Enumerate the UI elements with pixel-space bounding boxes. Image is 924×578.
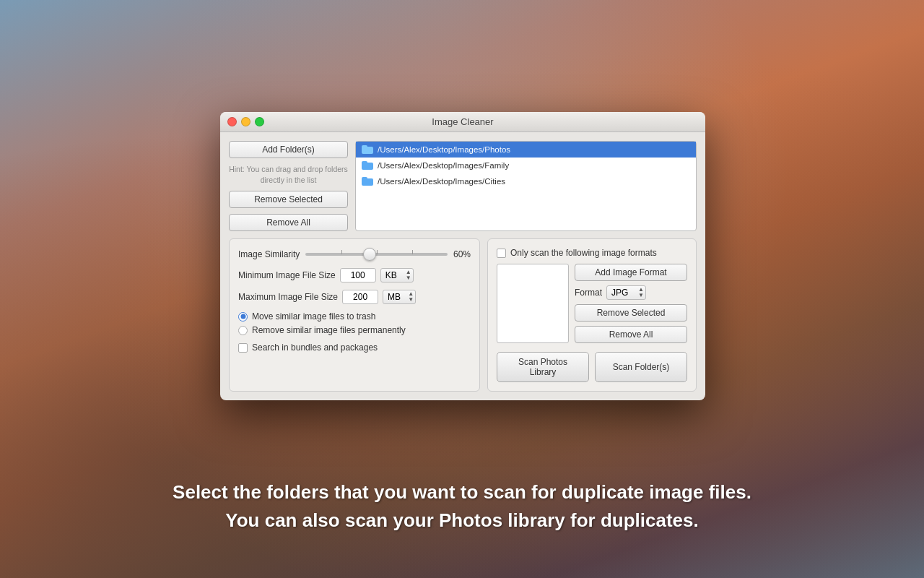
folder-item[interactable]: /Users/Alex/Desktop/Images/Family (356, 158, 696, 173)
similarity-value: 60% (453, 249, 471, 259)
formats-filter-label: Only scan the following image formats (510, 248, 657, 258)
similarity-slider-container[interactable] (305, 248, 448, 261)
slider-thumb[interactable] (363, 248, 376, 261)
bundles-label: Search in bundles and packages (252, 342, 378, 353)
min-size-unit-select[interactable]: KB MB GB (380, 268, 414, 282)
scan-photos-library-button[interactable]: Scan Photos Library (497, 352, 589, 382)
folder-icon (362, 177, 373, 186)
radio-trash[interactable] (238, 312, 248, 322)
bottom-text-line2: You can also scan your Photos library fo… (0, 506, 924, 535)
similarity-row: Image Similarity 60% (238, 248, 471, 261)
min-size-label: Minimum Image File Size (238, 270, 336, 280)
close-button[interactable] (227, 117, 237, 126)
minimize-button[interactable] (241, 117, 250, 126)
formats-checkbox-row: Only scan the following image formats (497, 248, 687, 258)
max-size-label: Maximum Image File Size (238, 292, 338, 302)
folder-icon (362, 145, 373, 154)
bottom-text-line1: Select the folders that you want to scan… (0, 478, 924, 506)
remove-selected-folders-button[interactable]: Remove Selected (229, 191, 348, 208)
bottom-section: Image Similarity 60% Minimum Image File … (229, 238, 697, 392)
remove-selected-format-button[interactable]: Remove Selected (575, 304, 687, 322)
left-panel: Add Folder(s) Hint: You can drag and dro… (229, 141, 348, 231)
max-size-unit-select[interactable]: KB MB GB (383, 290, 416, 304)
min-size-unit-select-wrapper: KB MB GB ▲▼ (380, 268, 414, 282)
slider-tick (377, 250, 378, 254)
add-folder-button[interactable]: Add Folder(s) (229, 141, 348, 158)
hint-text: Hint: You can drag and drop folders dire… (229, 164, 348, 185)
format-select-wrapper: JPG PNG GIF BMP TIFF ▲▼ (606, 285, 646, 300)
folder-icon (362, 161, 373, 170)
formats-list (497, 264, 569, 343)
formats-filter-checkbox[interactable] (497, 249, 506, 258)
scan-folders-button[interactable]: Scan Folder(s) (595, 352, 687, 382)
max-size-row: Maximum Image File Size KB MB GB ▲▼ (238, 290, 471, 304)
formats-content: Add Image Format Format JPG PNG GIF BMP … (497, 264, 687, 343)
format-select-row: Format JPG PNG GIF BMP TIFF ▲▼ (575, 285, 687, 300)
similarity-label: Image Similarity (238, 249, 300, 259)
remove-all-formats-button[interactable]: Remove All (575, 326, 687, 343)
slider-tick (412, 250, 413, 254)
bundles-checkbox-item[interactable]: Search in bundles and packages (238, 342, 471, 353)
window-title: Image Cleaner (432, 116, 493, 127)
folder-list: /Users/Alex/Desktop/Images/Photos /Users… (355, 141, 697, 231)
folder-item[interactable]: /Users/Alex/Desktop/Images/Photos (356, 142, 696, 158)
top-section: Add Folder(s) Hint: You can drag and dro… (229, 141, 697, 231)
radio-trash-label: Move similar image files to trash (252, 311, 375, 322)
formats-buttons: Add Image Format Format JPG PNG GIF BMP … (575, 264, 687, 343)
formats-panel: Only scan the following image formats Ad… (487, 238, 697, 392)
scan-buttons-row: Scan Photos Library Scan Folder(s) (497, 352, 687, 382)
slider-tick (341, 250, 342, 254)
slider-track (305, 253, 448, 256)
app-window: Image Cleaner Add Folder(s) Hint: You ca… (220, 112, 705, 400)
max-size-unit-select-wrapper: KB MB GB ▲▼ (383, 290, 416, 304)
titlebar: Image Cleaner (220, 112, 705, 132)
folder-path: /Users/Alex/Desktop/Images/Cities (378, 177, 505, 186)
bottom-text: Select the folders that you want to scan… (0, 478, 924, 535)
window-body: Add Folder(s) Hint: You can drag and dro… (220, 132, 705, 400)
radio-permanent-label: Remove similar image files permanently (252, 325, 406, 335)
min-size-row: Minimum Image File Size KB MB GB ▲▼ (238, 268, 471, 282)
settings-panel: Image Similarity 60% Minimum Image File … (229, 238, 480, 392)
remove-all-folders-button[interactable]: Remove All (229, 214, 348, 231)
radio-permanent[interactable] (238, 326, 248, 335)
folder-path: /Users/Alex/Desktop/Images/Family (378, 161, 509, 170)
add-image-format-button[interactable]: Add Image Format (575, 264, 687, 281)
format-select[interactable]: JPG PNG GIF BMP TIFF (606, 285, 646, 300)
folder-item[interactable]: /Users/Alex/Desktop/Images/Cities (356, 173, 696, 189)
max-size-input[interactable] (342, 290, 378, 304)
format-label: Format (575, 288, 602, 298)
deletion-mode-group: Move similar image files to trash Remove… (238, 311, 471, 335)
folder-path: /Users/Alex/Desktop/Images/Photos (378, 145, 510, 154)
traffic-lights (227, 117, 264, 126)
maximize-button[interactable] (255, 117, 264, 126)
radio-trash-item[interactable]: Move similar image files to trash (238, 311, 471, 322)
bundles-checkbox[interactable] (238, 343, 248, 353)
radio-permanent-item[interactable]: Remove similar image files permanently (238, 325, 471, 335)
min-size-input[interactable] (340, 268, 376, 282)
